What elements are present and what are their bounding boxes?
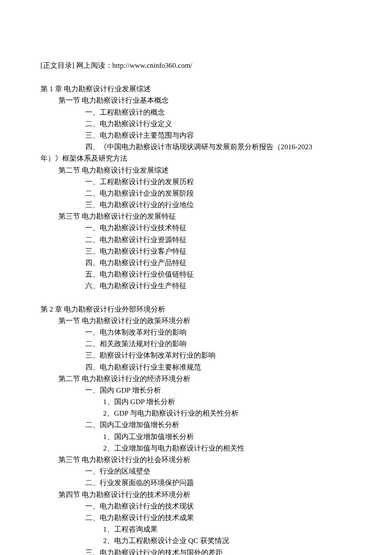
toc-header: [正文目录] 网上阅读：http://www.cninfo360.com/	[40, 60, 352, 71]
toc-item: 六、电力勘察设计行业生产特征	[85, 280, 352, 292]
toc-item: 二、电力勘察设计行业资源特征	[85, 234, 352, 246]
section-title: 第三节 电力勘察设计行业的社会环境分析	[58, 454, 352, 465]
read-online-label: 网上阅读：	[76, 61, 112, 69]
toc-item: 四、电力勘察设计行业产品特征	[85, 257, 352, 269]
toc-item: 一、电力勘察设计行业技术特征	[85, 222, 352, 234]
toc-item: 三、电力勘察设计主要范围与内容	[85, 130, 352, 141]
toc-item: 二、相关政策法规对行业的影响	[85, 338, 352, 350]
toc-item: 一、电力体制改革对行业的影响	[85, 327, 352, 338]
toc-subitem: 1、国内工业增加值增长分析	[103, 431, 352, 442]
toc-item: 三、电力勘察设计行业的技术与国外的差距	[85, 547, 352, 555]
toc-item: 二、电力勘察设计行业定义	[85, 118, 352, 130]
toc-item: 一、国内 GDP 增长分析	[85, 384, 352, 396]
toc-item: 一、行业的区域壁垒	[85, 465, 352, 477]
toc-subitem: 2、电力工程勘察设计企业 QC 获奖情况	[103, 535, 352, 546]
read-online-url: http://www.cninfo360.com/	[112, 61, 193, 69]
toc-item: 一、工程勘察设计的概念	[85, 107, 352, 118]
toc-item: 二、国内工业增加值增长分析	[85, 419, 352, 431]
toc-item: 一、工程勘察设计行业的发展历程	[85, 176, 352, 188]
toc-subitem: 2、GDP 与电力勘察设计行业的相关性分析	[103, 408, 352, 419]
toc-item-wrap: 年）》框架体系及研究方法	[40, 153, 352, 164]
section-title: 第三节 电力勘察设计行业的发展特征	[58, 211, 352, 222]
section-title: 第一节 电力勘察设计行业的政策环境分析	[58, 315, 352, 327]
toc-item: 一、电力勘察设计行业的技术现状	[85, 500, 352, 512]
chapter-title: 第 2 章 电力勘察设计行业外部环境分析	[40, 304, 352, 315]
toc-item: 四、《中国电力勘察设计市场现状调研与发展前景分析报告（2016-2023	[85, 141, 352, 153]
toc-item: 二、行业发展面临的环境保护问题	[85, 477, 352, 489]
section-title: 第四节 电力勘察设计行业的技术环境分析	[58, 489, 352, 500]
chapter-title: 第 1 章 电力勘察设计行业发展综述	[40, 83, 352, 95]
section-title: 第一节 电力勘察设计行业基本概念	[58, 95, 352, 106]
toc-subitem: 2、工业增加值与电力勘察设计行业的相关性	[103, 442, 352, 454]
section-title: 第二节 电力勘察设计行业发展综述	[58, 165, 352, 176]
toc-subitem: 1、国内 GDP 增长分析	[103, 396, 352, 408]
toc-item: 三、电力勘察设计行业客户特征	[85, 246, 352, 257]
section-title: 第二节 电力勘察设计行业的经济环境分析	[58, 373, 352, 384]
toc-label: [正文目录]	[40, 61, 74, 69]
toc-item: 三、电力勘察设计行业的行业地位	[85, 199, 352, 211]
toc-subitem: 1、工程咨询成果	[103, 523, 352, 535]
toc-item: 二、电力勘察设计行业的技术成果	[85, 512, 352, 523]
toc-item: 二、电力勘察设计企业的发展阶段	[85, 188, 352, 199]
toc-item: 五、电力勘察设计行业价值链特征	[85, 269, 352, 280]
toc-item: 三、勘察设计行业体制改革对行业的影响	[85, 350, 352, 361]
toc-item: 四、电力勘察设计行业主要标准规范	[85, 361, 352, 373]
